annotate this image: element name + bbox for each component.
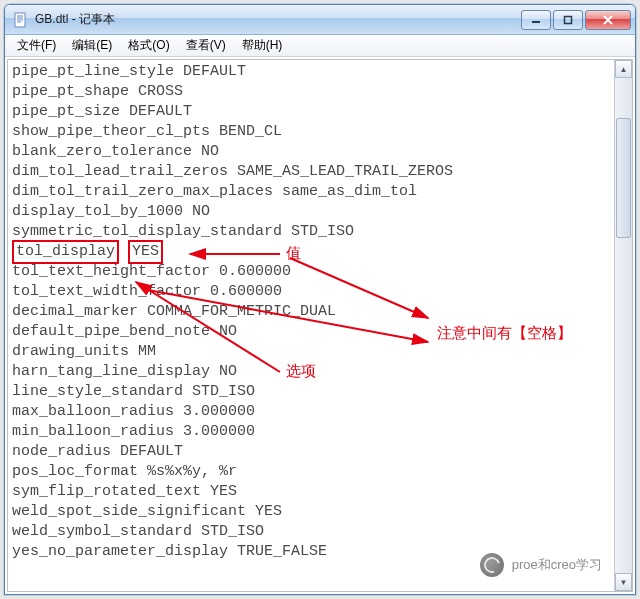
titlebar[interactable]: GB.dtl - 记事本 [5,5,635,35]
notepad-icon [13,12,29,28]
text-line: pipe_pt_size DEFAULT [12,102,608,122]
scroll-up-button[interactable]: ▲ [615,60,632,78]
text-line: sym_flip_rotated_text YES [12,482,608,502]
window-controls [521,10,631,30]
text-line: dim_tol_trail_zero_max_places same_as_di… [12,182,608,202]
text-line: dim_tol_lead_trail_zeros SAME_AS_LEAD_TR… [12,162,608,182]
vertical-scrollbar[interactable]: ▲ ▼ [614,60,632,591]
text-line: pipe_pt_shape CROSS [12,82,608,102]
text-line: tol_text_height_factor 0.600000 [12,262,608,282]
text-line: display_tol_by_1000 NO [12,202,608,222]
menu-help[interactable]: 帮助(H) [234,35,291,56]
text-line: pipe_pt_line_style DEFAULT [12,62,608,82]
maximize-button[interactable] [553,10,583,30]
text-line: tol_display YES [12,242,608,262]
text-line: weld_spot_side_significant YES [12,502,608,522]
close-button[interactable] [585,10,631,30]
text-line: min_balloon_radius 3.000000 [12,422,608,442]
svg-rect-2 [565,16,572,23]
notepad-window: GB.dtl - 记事本 文件(F) 编辑(E) 格式(O) 查看(V) 帮助(… [4,4,636,595]
highlight-value: YES [128,240,163,264]
text-line: pos_loc_format %s%x%y, %r [12,462,608,482]
text-line: tol_text_width_factor 0.600000 [12,282,608,302]
text-line: node_radius DEFAULT [12,442,608,462]
text-line: decimal_marker COMMA_FOR_METRIC_DUAL [12,302,608,322]
watermark-icon [480,553,504,577]
text-line: weld_symbol_standard STD_ISO [12,522,608,542]
watermark: proe和creo学习 [480,553,602,577]
scroll-thumb[interactable] [616,118,631,238]
text-line: default_pipe_bend_note NO [12,322,608,342]
menubar: 文件(F) 编辑(E) 格式(O) 查看(V) 帮助(H) [5,35,635,57]
minimize-button[interactable] [521,10,551,30]
text-line: harn_tang_line_display NO [12,362,608,382]
menu-format[interactable]: 格式(O) [120,35,177,56]
scroll-down-button[interactable]: ▼ [615,573,632,591]
text-line: max_balloon_radius 3.000000 [12,402,608,422]
content-area: pipe_pt_line_style DEFAULTpipe_pt_shape … [7,59,633,592]
text-line: drawing_units MM [12,342,608,362]
menu-file[interactable]: 文件(F) [9,35,64,56]
window-title: GB.dtl - 记事本 [35,11,521,28]
text-line: blank_zero_tolerance NO [12,142,608,162]
text-line: show_pipe_theor_cl_pts BEND_CL [12,122,608,142]
text-line: line_style_standard STD_ISO [12,382,608,402]
watermark-text: proe和creo学习 [512,556,602,574]
text-line: symmetric_tol_display_standard STD_ISO [12,222,608,242]
menu-edit[interactable]: 编辑(E) [64,35,120,56]
scroll-track[interactable] [615,78,632,573]
text-content[interactable]: pipe_pt_line_style DEFAULTpipe_pt_shape … [8,60,612,591]
highlight-key: tol_display [12,240,119,264]
menu-view[interactable]: 查看(V) [178,35,234,56]
